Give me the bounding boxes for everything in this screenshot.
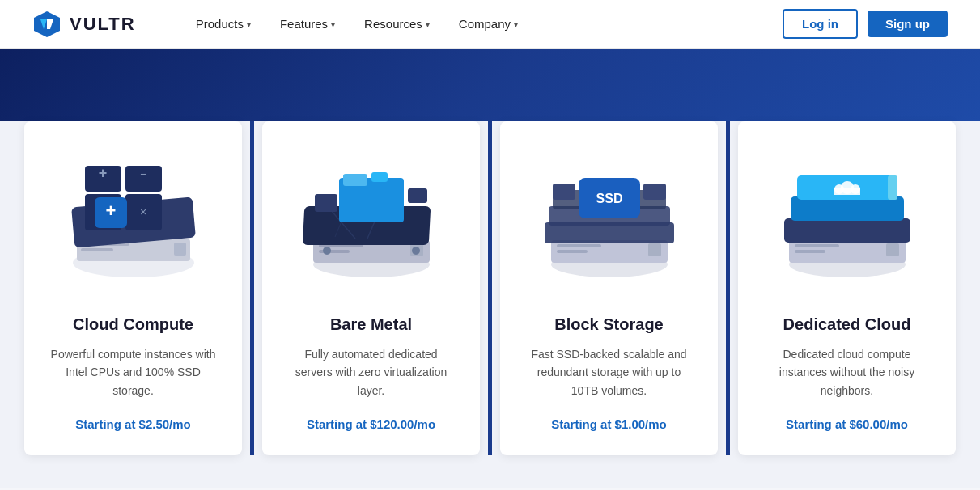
card-price-bare[interactable]: Starting at $120.00/mo: [307, 417, 435, 431]
compute-illustration: + − ÷ × +: [53, 133, 214, 287]
card-body-block: Block Storage Fast SSD-backed scalable a…: [500, 299, 718, 431]
card-title-dedicated: Dedicated Cloud: [783, 315, 911, 334]
svg-rect-39: [648, 243, 661, 256]
card-image-block: SSD: [500, 121, 718, 299]
nav-links: Products ▾ Features ▾ Resources ▾ Compan…: [185, 11, 783, 37]
chevron-down-icon: ▾: [426, 20, 430, 29]
svg-text:SSD: SSD: [596, 192, 622, 205]
chevron-down-icon: ▾: [331, 20, 335, 29]
card-image-compute: + − ÷ × +: [24, 121, 242, 299]
nav-actions: Log in Sign up: [783, 9, 948, 39]
svg-rect-53: [791, 196, 904, 221]
svg-rect-46: [643, 184, 666, 200]
brand-name: VULTR: [70, 14, 136, 35]
dedicated-cloud-illustration: [766, 133, 928, 287]
nav-resources[interactable]: Resources ▾: [353, 11, 441, 37]
svg-rect-7: [174, 243, 186, 256]
card-body-compute: Cloud Compute Powerful compute instances…: [24, 299, 242, 431]
card-price-compute[interactable]: Starting at $2.50/mo: [75, 417, 191, 431]
block-storage-illustration: SSD: [528, 133, 690, 287]
cards-section: + − ÷ × + Cloud Compute Powerful compute…: [0, 121, 980, 488]
svg-point-33: [323, 247, 331, 255]
card-dedicated-cloud: Dedicated Cloud Dedicated cloud compute …: [738, 121, 956, 455]
card-bare-metal: Bare Metal Fully automated dedicated ser…: [262, 121, 480, 455]
svg-rect-30: [371, 172, 388, 182]
card-body-bare: Bare Metal Fully automated dedicated ser…: [262, 299, 480, 431]
hero-banner: [0, 49, 980, 121]
bare-metal-illustration: [291, 133, 452, 287]
card-price-block[interactable]: Starting at $1.00/mo: [551, 417, 667, 431]
nav-company[interactable]: Company ▾: [448, 11, 529, 37]
svg-text:+: +: [105, 201, 116, 221]
svg-rect-29: [343, 174, 367, 186]
card-desc-dedicated: Dedicated cloud compute instances withou…: [761, 345, 933, 399]
login-button[interactable]: Log in: [783, 9, 858, 39]
card-title-bare: Bare Metal: [330, 315, 412, 334]
vultr-logo-icon: [32, 10, 62, 39]
svg-rect-52: [784, 218, 910, 243]
svg-rect-51: [886, 243, 899, 256]
card-title-compute: Cloud Compute: [73, 315, 193, 334]
svg-rect-6: [81, 248, 113, 251]
svg-rect-32: [408, 188, 427, 203]
card-cloud-compute: + − ÷ × + Cloud Compute Powerful compute…: [24, 121, 242, 455]
chevron-down-icon: ▾: [247, 20, 251, 29]
svg-rect-58: [834, 188, 860, 195]
nav-products[interactable]: Products ▾: [185, 11, 262, 37]
card-desc-compute: Powerful compute instances with Intel CP…: [47, 345, 219, 399]
card-image-bare: [262, 121, 480, 299]
svg-text:+: +: [98, 165, 107, 181]
card-desc-block: Fast SSD-backed scalable and redundant s…: [523, 345, 695, 399]
svg-rect-49: [795, 244, 839, 247]
svg-text:−: −: [139, 167, 146, 180]
card-price-dedicated[interactable]: Starting at $60.00/mo: [786, 417, 908, 431]
svg-rect-37: [557, 244, 601, 247]
card-body-dedicated: Dedicated Cloud Dedicated cloud compute …: [738, 299, 956, 431]
card-desc-bare: Fully automated dedicated servers with z…: [285, 345, 457, 399]
card-title-block: Block Storage: [554, 315, 663, 334]
svg-rect-45: [553, 184, 575, 200]
svg-rect-31: [315, 194, 337, 212]
svg-rect-50: [795, 250, 825, 253]
signup-button[interactable]: Sign up: [868, 11, 948, 37]
chevron-down-icon: ▾: [514, 20, 518, 29]
nav-features[interactable]: Features ▾: [269, 11, 346, 37]
card-divider-2: [488, 121, 492, 455]
logo-area[interactable]: VULTR: [32, 10, 136, 39]
card-divider-3: [726, 121, 730, 455]
navbar: VULTR Products ▾ Features ▾ Resources ▾ …: [0, 0, 980, 49]
card-block-storage: SSD Block Storage Fast SSD-backed scalab…: [500, 121, 718, 455]
svg-rect-59: [888, 175, 897, 200]
svg-point-34: [412, 247, 420, 255]
card-image-dedicated: [738, 121, 956, 299]
card-divider-1: [250, 121, 254, 455]
svg-rect-38: [557, 250, 588, 253]
svg-text:×: ×: [139, 205, 146, 218]
